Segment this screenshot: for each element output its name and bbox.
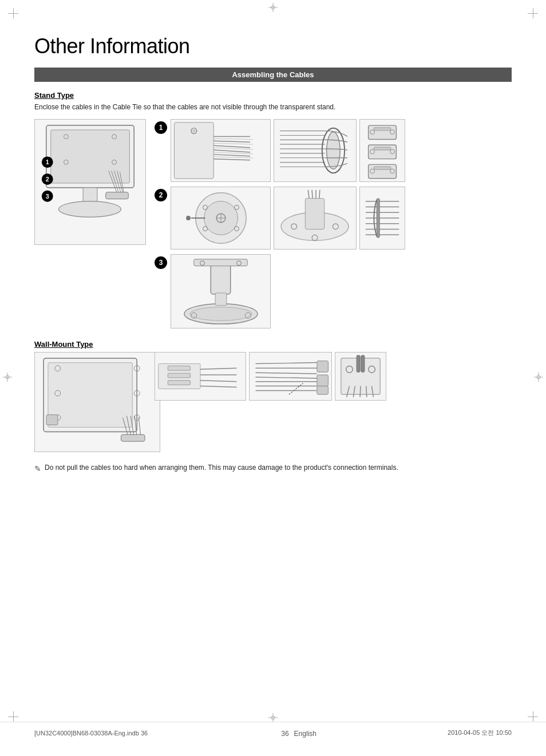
step-1-badge: 1 xyxy=(155,121,167,134)
svg-point-109 xyxy=(190,307,252,321)
wall-mount-area xyxy=(34,352,512,452)
wall-step-img2 xyxy=(249,352,332,401)
svg-rect-47 xyxy=(274,120,355,181)
footer: [UN32C4000]BN68-03038A-Eng.indb 36 36 En… xyxy=(0,722,546,739)
page-title: Other Information xyxy=(34,34,512,58)
wall-step-img3 xyxy=(335,352,386,401)
wall-mount-right-steps xyxy=(155,352,512,452)
svg-rect-135 xyxy=(168,373,190,378)
svg-rect-127 xyxy=(121,434,145,441)
step2-img1 xyxy=(171,187,271,250)
svg-rect-146 xyxy=(317,375,329,386)
step-3-row: 3 xyxy=(155,254,512,328)
svg-rect-102 xyxy=(377,199,379,238)
page-number: 36 English xyxy=(279,727,316,739)
step1-img2 xyxy=(274,119,357,182)
svg-rect-153 xyxy=(357,355,360,372)
section-header: Assembling the Cables xyxy=(34,68,512,82)
stand-type-desc: Enclose the cables in the Cable Tie so t… xyxy=(34,103,512,111)
step-3-badge: 3 xyxy=(155,256,167,269)
step1-img3 xyxy=(359,119,405,182)
step2-img2 xyxy=(274,187,357,250)
step1-img1: ⊙ xyxy=(171,119,271,182)
note-text: Do not pull the cables too hard when arr… xyxy=(45,464,398,472)
svg-rect-86 xyxy=(305,199,324,229)
wall-mount-step-images xyxy=(155,352,386,401)
svg-point-58 xyxy=(327,132,341,169)
svg-rect-134 xyxy=(168,366,190,370)
stand-main-diagram: 1 2 3 xyxy=(34,119,146,245)
stand-type-left-diagram: 1 2 3 xyxy=(34,119,149,328)
svg-text:⊙: ⊙ xyxy=(192,129,196,133)
footer-file: [UN32C4000]BN68-03038A-Eng.indb 36 xyxy=(34,730,148,737)
svg-line-91 xyxy=(312,190,312,199)
svg-line-157 xyxy=(360,386,361,398)
svg-line-158 xyxy=(366,386,367,398)
svg-rect-61 xyxy=(374,128,390,130)
stand-type-right-steps: 1 ⊙ xyxy=(155,119,512,328)
stand-type-title: Stand Type xyxy=(34,91,512,100)
step-2-row: 2 xyxy=(155,187,512,250)
svg-rect-25 xyxy=(106,192,129,199)
svg-line-93 xyxy=(319,190,320,199)
step-2-images xyxy=(171,187,405,250)
wall-mount-main-diagram xyxy=(34,352,160,452)
step-1-images: ⊙ xyxy=(171,119,405,182)
svg-point-83 xyxy=(186,216,191,220)
wall-mount-title: Wall-Mount Type xyxy=(34,340,512,349)
page-container: Other Information Assembling the Cables … xyxy=(0,0,546,756)
svg-text:3: 3 xyxy=(46,193,49,200)
step3-img1 xyxy=(171,254,271,328)
wall-mount-step-row xyxy=(155,352,512,401)
stand-type-area: 1 2 3 1 xyxy=(34,119,512,328)
svg-rect-105 xyxy=(194,259,248,266)
svg-rect-136 xyxy=(168,381,190,385)
footer-date: 2010-04-05 오전 10:50 xyxy=(448,729,512,737)
step-2-badge: 2 xyxy=(155,189,167,201)
svg-rect-69 xyxy=(374,167,390,169)
wall-mount-left-diagram xyxy=(34,352,149,452)
svg-rect-145 xyxy=(317,361,329,373)
step-3-images xyxy=(171,254,271,328)
step2-img3 xyxy=(359,187,405,250)
svg-rect-121 xyxy=(46,415,58,425)
svg-point-19 xyxy=(59,201,121,217)
note-icon: ✎ xyxy=(34,464,41,473)
svg-rect-110 xyxy=(215,293,227,306)
svg-rect-147 xyxy=(317,386,329,395)
svg-text:2: 2 xyxy=(46,176,49,183)
svg-rect-65 xyxy=(374,147,390,150)
svg-text:1: 1 xyxy=(46,159,49,165)
svg-rect-154 xyxy=(361,355,365,372)
wall-mount-section: Wall-Mount Type xyxy=(34,340,512,452)
wall-step-img1 xyxy=(155,352,246,401)
step-1-row: 1 ⊙ xyxy=(155,119,512,182)
note-area: ✎ Do not pull the cables too hard when a… xyxy=(34,464,512,473)
svg-rect-13 xyxy=(51,130,130,183)
